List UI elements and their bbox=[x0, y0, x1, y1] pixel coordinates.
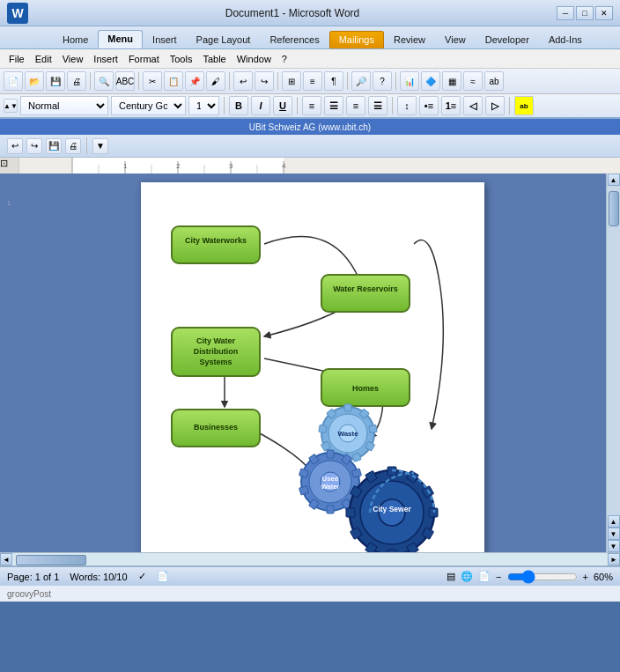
smartart-button[interactable]: 🔷 bbox=[421, 71, 440, 91]
qa-save[interactable]: 💾 bbox=[46, 138, 62, 154]
spell-check-button[interactable]: ABC bbox=[115, 71, 135, 91]
menu-tools[interactable]: Tools bbox=[165, 52, 198, 66]
menu-table[interactable]: Table bbox=[197, 52, 231, 66]
scroll-left-arrow[interactable]: ◄ bbox=[0, 553, 12, 565]
title-bar-text: Document1 - Microsoft Word bbox=[28, 7, 557, 19]
scroll-right-arrow[interactable]: ► bbox=[608, 553, 620, 565]
menu-window[interactable]: Window bbox=[232, 52, 277, 66]
increase-indent-button[interactable]: ▷ bbox=[485, 96, 505, 115]
font-dropdown[interactable]: Century Goth bbox=[111, 96, 186, 115]
app-logo: W bbox=[7, 3, 28, 24]
save-button[interactable]: 💾 bbox=[46, 71, 65, 91]
h-scrollbar-thumb[interactable] bbox=[16, 555, 86, 565]
svg-rect-16 bbox=[321, 275, 410, 312]
extra3-button[interactable]: ab bbox=[484, 71, 504, 91]
align-right-button[interactable]: ≡ bbox=[346, 96, 365, 115]
status-right: ▤ 🌐 📄 − + 60% bbox=[447, 571, 613, 582]
qa-redo[interactable]: ↪ bbox=[26, 138, 42, 154]
table-button[interactable]: ⊞ bbox=[282, 71, 301, 91]
h-scroll-track[interactable] bbox=[12, 553, 608, 565]
tab-add-ins[interactable]: Add-Ins bbox=[539, 31, 592, 48]
qa-extra[interactable]: ▼ bbox=[92, 138, 108, 154]
zoom-minus[interactable]: − bbox=[496, 572, 501, 582]
format-painter-button[interactable]: 🖌 bbox=[206, 71, 225, 91]
tab-developer[interactable]: Developer bbox=[476, 31, 539, 48]
proofing-icon[interactable]: ✓ bbox=[138, 571, 146, 582]
line-spacing-button[interactable]: ↕ bbox=[397, 96, 417, 115]
maximize-button[interactable]: □ bbox=[576, 6, 594, 20]
separator-3 bbox=[229, 72, 230, 90]
qa-sep bbox=[86, 137, 87, 155]
tab-insert[interactable]: Insert bbox=[143, 31, 187, 48]
qa-undo[interactable]: ↩ bbox=[7, 138, 23, 154]
highlight-button[interactable]: ab bbox=[514, 96, 534, 115]
author-bar: UBit Schweiz AG (www.ubit.ch) bbox=[0, 119, 620, 135]
menu-help[interactable]: ? bbox=[277, 52, 292, 66]
align-left-button[interactable]: ≡ bbox=[302, 96, 321, 115]
scroll-down-arrow[interactable]: ▼ bbox=[608, 540, 620, 552]
vertical-scrollbar[interactable]: ▲ ▲ ▼ ▼ bbox=[606, 174, 620, 552]
zoom-plus[interactable]: + bbox=[583, 572, 588, 582]
tab-mailings[interactable]: Mailings bbox=[329, 31, 384, 48]
zoom-slider[interactable] bbox=[507, 572, 578, 582]
menu-format[interactable]: Format bbox=[123, 52, 165, 66]
tab-menu[interactable]: Menu bbox=[98, 30, 143, 48]
new-button[interactable]: 📄 bbox=[4, 71, 23, 91]
horizontal-scrollbar[interactable]: ◄ ► bbox=[0, 552, 620, 566]
style-size-button[interactable]: ▲▼ bbox=[4, 99, 18, 113]
menu-view[interactable]: View bbox=[57, 52, 89, 66]
toolbar-area: 📄 📂 💾 🖨 🔍 ABC ✂ 📋 📌 🖌 ↩ ↪ ⊞ ≡ ¶ 🔎 ? 📊 🔷 … bbox=[0, 69, 620, 94]
decrease-indent-button[interactable]: ◁ bbox=[463, 96, 483, 115]
scroll-page-up[interactable]: ▲ bbox=[608, 515, 620, 528]
zoom-button[interactable]: 🔎 bbox=[351, 71, 371, 91]
style-dropdown[interactable]: Normal bbox=[20, 96, 108, 115]
underline-button[interactable]: U bbox=[273, 96, 292, 115]
save-as-button[interactable]: 🖨 bbox=[67, 71, 86, 91]
cut-button[interactable]: ✂ bbox=[143, 71, 162, 91]
scroll-up-arrow[interactable]: ▲ bbox=[608, 174, 620, 186]
numbering-button[interactable]: 1≡ bbox=[441, 96, 461, 115]
show-hide-button[interactable]: ¶ bbox=[324, 71, 343, 91]
tab-review[interactable]: Review bbox=[384, 31, 435, 48]
scroll-page-down[interactable]: ▼ bbox=[608, 528, 620, 540]
svg-rect-31 bbox=[369, 425, 377, 432]
close-button[interactable]: ✕ bbox=[595, 6, 613, 20]
svg-text:3: 3 bbox=[229, 162, 233, 170]
bold-button[interactable]: B bbox=[229, 96, 248, 115]
undo-button[interactable]: ↩ bbox=[233, 71, 253, 91]
help-button[interactable]: ? bbox=[373, 71, 392, 91]
svg-text:4: 4 bbox=[282, 162, 286, 170]
open-button[interactable]: 📂 bbox=[25, 71, 44, 91]
scrollbar-thumb[interactable] bbox=[609, 191, 619, 226]
bullets-button[interactable]: •≡ bbox=[419, 96, 439, 115]
menu-edit[interactable]: Edit bbox=[30, 52, 57, 66]
view-normal-icon[interactable]: ▤ bbox=[447, 571, 455, 582]
redo-button[interactable]: ↪ bbox=[255, 71, 274, 91]
tab-references[interactable]: References bbox=[260, 31, 328, 48]
paste-button[interactable]: 📌 bbox=[185, 71, 204, 91]
tab-page-layout[interactable]: Page Layout bbox=[187, 31, 261, 48]
tab-view[interactable]: View bbox=[435, 31, 476, 48]
font-size-dropdown[interactable]: 11 bbox=[188, 96, 219, 115]
menu-file[interactable]: File bbox=[4, 52, 30, 66]
document-scroll-area[interactable]: City Waterworks Water Reservoirs City Wa… bbox=[19, 174, 606, 552]
minimize-button[interactable]: ─ bbox=[557, 6, 574, 20]
menu-insert[interactable]: Insert bbox=[88, 52, 123, 66]
view-web-icon[interactable]: 🌐 bbox=[461, 571, 473, 582]
extra2-button[interactable]: ≈ bbox=[463, 71, 483, 91]
qa-print[interactable]: 🖨 bbox=[65, 138, 81, 154]
view-print-icon[interactable]: 📄 bbox=[478, 571, 491, 582]
view-icon[interactable]: 📄 bbox=[157, 571, 169, 582]
align-justify-button[interactable]: ☰ bbox=[368, 96, 388, 115]
left-margin: L bbox=[0, 174, 19, 552]
column-button[interactable]: ≡ bbox=[303, 71, 322, 91]
svg-rect-66 bbox=[346, 508, 355, 517]
italic-button[interactable]: I bbox=[251, 96, 270, 115]
print-preview-button[interactable]: 🔍 bbox=[94, 71, 114, 91]
extra1-button[interactable]: ▦ bbox=[442, 71, 461, 91]
copy-button[interactable]: 📋 bbox=[164, 71, 183, 91]
chart-button[interactable]: 📊 bbox=[400, 71, 419, 91]
tab-home[interactable]: Home bbox=[53, 31, 98, 48]
scrollbar-track[interactable] bbox=[607, 186, 621, 515]
align-center-button[interactable]: ☰ bbox=[324, 96, 343, 115]
